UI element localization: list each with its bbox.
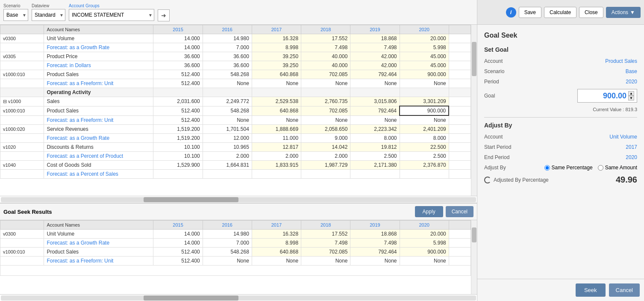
seek-button[interactable]: Seek xyxy=(576,283,606,297)
row-name-link[interactable]: Forecast: as a Freeform: Unit xyxy=(44,115,153,125)
cell-2015[interactable]: 512.400 xyxy=(153,115,203,125)
cell-2019[interactable]: 7.498 xyxy=(350,43,400,52)
cell-2015[interactable]: 14.000 xyxy=(153,34,203,43)
cell-2017[interactable]: 12.817 xyxy=(252,143,301,152)
cancel-button[interactable]: Cancel xyxy=(609,283,640,297)
cell-2018[interactable]: 702.085 xyxy=(301,248,350,257)
results-grid-scroll[interactable]: Account Names 2015 2016 2017 2018 2019 2… xyxy=(0,220,471,294)
cell-2015[interactable]: 14.000 xyxy=(153,230,203,239)
cell-2017[interactable]: None xyxy=(252,115,301,125)
cell-2017[interactable]: 16.328 xyxy=(252,34,301,43)
cell-2018[interactable]: 7.498 xyxy=(301,239,350,248)
cell-2016[interactable]: 1,664.831 xyxy=(203,161,252,170)
cell-2015[interactable]: 512.400 xyxy=(153,79,203,88)
cell-2016[interactable]: 36.600 xyxy=(203,61,252,70)
info-icon[interactable]: i xyxy=(506,7,516,18)
cell-2015[interactable]: 14.000 xyxy=(153,239,203,248)
cell-2018[interactable]: 702.085 xyxy=(301,106,350,115)
cell-2016[interactable]: None xyxy=(203,115,252,125)
cell-2017[interactable]: 16.328 xyxy=(252,230,301,239)
cell-2015[interactable]: 10.100 xyxy=(153,143,203,152)
cell-2020[interactable]: 20.000 xyxy=(400,230,449,239)
cell-2015[interactable]: 1,529.900 xyxy=(153,161,203,170)
cell-2019[interactable]: 7.498 xyxy=(350,239,400,248)
cell-2016[interactable]: 2.000 xyxy=(203,152,252,161)
cell-2018[interactable]: None xyxy=(301,115,350,125)
cell-2018[interactable]: 40.000 xyxy=(301,61,350,70)
cell-2015[interactable]: 10.100 xyxy=(153,152,203,161)
goal-spin-down[interactable]: ▼ xyxy=(628,96,634,100)
cell-2020[interactable]: 2,376.870 xyxy=(400,161,449,170)
cell-2018[interactable]: 2,760.735 xyxy=(301,97,350,106)
cell-2015[interactable]: 512.400 xyxy=(153,70,203,79)
cell-2018[interactable]: 14.042 xyxy=(301,143,350,152)
actions-button[interactable]: Actions ▼ xyxy=(606,7,641,18)
cell-2016[interactable]: 1,701.504 xyxy=(203,125,252,134)
cell-2019[interactable]: 3,015.806 xyxy=(350,97,400,106)
cell-2019[interactable]: 18.868 xyxy=(350,34,400,43)
cell-2015[interactable]: 1,519.200 xyxy=(153,134,203,143)
cell-2015[interactable]: 2,031.600 xyxy=(153,97,203,106)
cell-2016[interactable]: 10.965 xyxy=(203,143,252,152)
cell-2019[interactable]: 19.812 xyxy=(350,143,400,152)
row-name-link[interactable]: Forecast: as a Growth Rate xyxy=(44,134,153,143)
cell-2020-selected[interactable]: 900.000 xyxy=(400,106,449,115)
cell-2020[interactable]: 2,401.209 xyxy=(400,125,449,134)
scenario-select[interactable]: Base xyxy=(3,9,28,21)
cell-2016[interactable]: 7.000 xyxy=(203,239,252,248)
cell-2017[interactable]: 2,529.538 xyxy=(252,97,301,106)
cell-2020[interactable]: 5.998 xyxy=(400,43,449,52)
cell-2016[interactable]: None xyxy=(203,79,252,88)
cell-2019[interactable]: 42.000 xyxy=(350,61,400,70)
row-name-link[interactable]: Forecast: in Dollars xyxy=(44,61,153,70)
row-name-link[interactable]: Forecast: as a Growth Rate xyxy=(44,43,153,52)
cell-2020[interactable]: 45.000 xyxy=(400,61,449,70)
cell-2018[interactable]: 40.000 xyxy=(301,52,350,61)
cell-2017[interactable]: 2.000 xyxy=(252,152,301,161)
same-percentage-option[interactable]: Same Percentage xyxy=(544,165,593,171)
row-name-link[interactable]: Forecast: as a Freeform: Unit xyxy=(44,257,153,266)
cell-2015[interactable]: 512.400 xyxy=(153,257,203,266)
cell-2017[interactable]: 1,888.669 xyxy=(252,125,301,134)
cell-2018[interactable]: 1,987.729 xyxy=(301,161,350,170)
calculate-button[interactable]: Calculate xyxy=(544,7,576,18)
cell-2017[interactable]: 8.998 xyxy=(252,239,301,248)
cell-2020[interactable]: None xyxy=(400,79,449,88)
row-name-link[interactable]: Forecast: as a Freeform: Unit xyxy=(44,79,153,88)
cell-2020[interactable]: 900.000 xyxy=(400,248,449,257)
same-amount-radio[interactable] xyxy=(598,165,603,171)
cell-2016[interactable]: 14.980 xyxy=(203,230,252,239)
main-h-scrollbar[interactable] xyxy=(1,197,476,202)
cell-2020[interactable]: None xyxy=(400,257,449,266)
cell-2017[interactable]: 8.998 xyxy=(252,43,301,52)
row-name-link[interactable]: Forecast: as a Percent of Product xyxy=(44,152,153,161)
main-grid-scroll[interactable]: Account Names 2015 2016 2017 2018 2019 2… xyxy=(0,25,471,196)
account-groups-select[interactable]: INCOME STATEMENT xyxy=(69,9,154,21)
cell-2018[interactable]: None xyxy=(301,257,350,266)
cell-2017[interactable] xyxy=(252,170,301,179)
cell-2018[interactable]: 702.085 xyxy=(301,70,350,79)
cell-2017[interactable]: None xyxy=(252,257,301,266)
cell-2015[interactable] xyxy=(153,170,203,179)
apply-button[interactable]: Apply xyxy=(415,206,443,217)
close-button[interactable]: Close xyxy=(579,7,603,18)
cell-2019[interactable]: None xyxy=(350,79,400,88)
cell-2015[interactable]: 512.400 xyxy=(153,248,203,257)
cell-2015[interactable]: 36.600 xyxy=(153,52,203,61)
cell-2019[interactable]: 2.500 xyxy=(350,152,400,161)
cell-2019[interactable]: 2,223.342 xyxy=(350,125,400,134)
cell-2019[interactable]: 18.868 xyxy=(350,230,400,239)
cell-2017[interactable]: 39.250 xyxy=(252,52,301,61)
cell-2020[interactable]: 5.998 xyxy=(400,239,449,248)
cell-2019[interactable]: 792.464 xyxy=(350,70,400,79)
cell-2020[interactable]: 3,301.209 xyxy=(400,97,449,106)
cell-2020[interactable]: 900.000 xyxy=(400,70,449,79)
save-button[interactable]: Save xyxy=(519,7,541,18)
cell-2016[interactable]: 7.000 xyxy=(203,43,252,52)
goal-spin-up[interactable]: ▲ xyxy=(628,91,634,96)
cell-2016[interactable]: 548.268 xyxy=(203,248,252,257)
cell-2017[interactable]: 11.000 xyxy=(252,134,301,143)
cell-2017[interactable]: 39.250 xyxy=(252,61,301,70)
cell-2019[interactable]: 2,171.380 xyxy=(350,161,400,170)
results-h-scrollbar[interactable] xyxy=(1,295,476,301)
